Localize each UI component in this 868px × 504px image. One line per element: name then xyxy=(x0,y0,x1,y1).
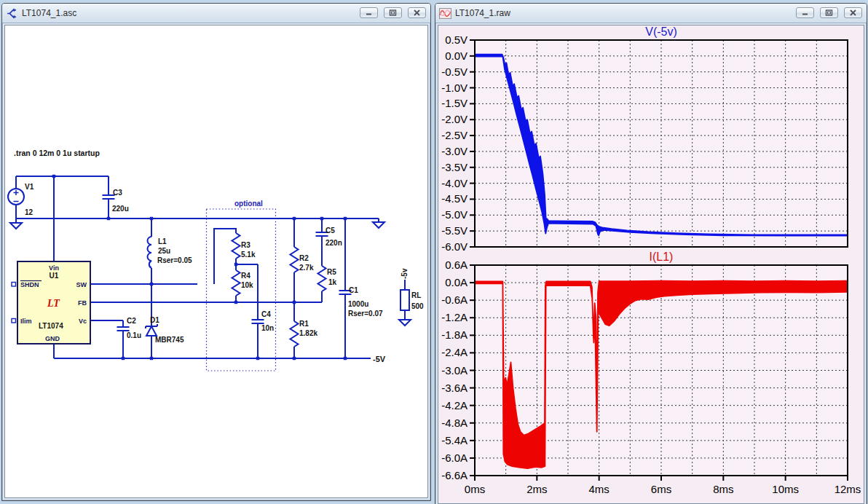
waveform-titlebar[interactable]: LT1074_1.raw xyxy=(435,4,867,23)
r5-name: R5 xyxy=(327,268,336,276)
capacitor-symbol xyxy=(252,320,264,323)
inductor-symbol xyxy=(148,237,152,268)
ground-symbol xyxy=(373,222,384,228)
y-tick-label: 0.0V xyxy=(445,50,467,62)
maximize-icon xyxy=(825,9,833,16)
y-tick-label: -4.5V xyxy=(441,192,467,205)
y-tick-label: -3.0V xyxy=(441,145,467,157)
minimize-icon xyxy=(365,9,373,16)
c3-value: 220u xyxy=(112,205,129,213)
resistor-symbol xyxy=(232,233,240,259)
x-tick-label: 4ms xyxy=(588,483,609,495)
y-tick-label: -1.2A xyxy=(441,311,467,323)
r2-value: 2.7k xyxy=(299,264,314,272)
x-tick-label: 12ms xyxy=(835,483,861,495)
resistor-symbol xyxy=(291,247,299,272)
maximize-button[interactable] xyxy=(820,7,838,18)
close-button[interactable] xyxy=(408,7,426,18)
waveform-icon xyxy=(439,7,451,20)
y-tick-label: -4.8A xyxy=(441,417,467,429)
close-icon xyxy=(849,9,857,16)
pin-ilim: Ilim xyxy=(20,318,32,325)
y-tick-label: 0.0A xyxy=(445,276,467,288)
c1-name: C1 xyxy=(349,286,358,294)
schematic-canvas-area: Vin U1 SHDN SW FB Vc Ilim LT1074 GND LT … xyxy=(4,25,428,498)
d1-name: D1 xyxy=(150,316,159,324)
lt1074-ic[interactable]: Vin U1 SHDN SW FB Vc Ilim LT1074 GND LT xyxy=(12,261,90,344)
pin-sw: SW xyxy=(76,281,87,288)
y-tick-label: -2.4A xyxy=(441,346,467,358)
net-label-neg5v-rail: -5V xyxy=(373,355,386,363)
capacitor-symbol xyxy=(117,327,130,331)
resistor-symbol xyxy=(401,290,409,310)
minimize-button[interactable] xyxy=(796,7,814,18)
x-tick-label: 0ms xyxy=(465,483,485,495)
close-icon xyxy=(413,9,421,16)
resistor-symbol xyxy=(318,266,326,291)
waveform-canvas[interactable]: 0.5V0.0V-0.5V-1.0V-1.5V-2.0V-2.5V-3.0V-3… xyxy=(438,25,864,503)
maximize-button[interactable] xyxy=(384,7,402,18)
close-button[interactable] xyxy=(844,7,862,18)
pin-vin: Vin xyxy=(49,264,59,272)
y-tick-label: -5.4A xyxy=(441,434,467,446)
ground-symbol xyxy=(10,223,22,229)
pin-shdn: SHDN xyxy=(20,281,39,288)
schematic-icon xyxy=(6,7,18,20)
optional-box xyxy=(207,209,276,371)
pin-vc: Vc xyxy=(79,318,87,325)
pin-gnd: GND xyxy=(45,335,60,342)
schematic-titlebar[interactable]: LT1074_1.asc xyxy=(2,4,430,23)
r3-value: 5.1k xyxy=(241,251,256,259)
x-tick-label: 2ms xyxy=(526,483,547,495)
y-tick-label: -3.6A xyxy=(441,382,467,394)
d1-value: MBR745 xyxy=(155,336,184,344)
plot-pane-0: 0.5V0.0V-0.5V-1.0V-1.5V-2.0V-2.5V-3.0V-3… xyxy=(441,25,848,253)
y-tick-label: -6.6A xyxy=(441,469,467,481)
y-tick-label: -3.5V xyxy=(441,161,467,173)
r4-name: R4 xyxy=(241,272,250,280)
l1-param: Rser=0.05 xyxy=(157,256,192,264)
r3-name: R3 xyxy=(241,241,250,249)
resistor-symbol xyxy=(232,270,240,296)
ic-refdes: U1 xyxy=(50,272,59,280)
y-tick-label: -3.0A xyxy=(441,364,467,377)
y-tick-label: -1.0V xyxy=(441,82,467,94)
x-tick-label: 10ms xyxy=(772,483,799,495)
waveform-pane: 0.5V0.0V-0.5V-1.0V-1.5V-2.0V-2.5V-3.0V-3… xyxy=(438,25,864,504)
plot-title: V(-5v) xyxy=(645,25,677,38)
l1-value: 25u xyxy=(158,247,170,255)
x-tick-label: 6ms xyxy=(651,483,671,495)
ic-part-number: LT1074 xyxy=(39,322,63,330)
r1-name: R1 xyxy=(299,320,309,328)
waveform-window-title: LT1074_1.raw xyxy=(455,8,510,18)
c2-value: 0.1u xyxy=(127,331,141,339)
schematic-window-title: LT1074_1.asc xyxy=(22,8,76,18)
y-tick-label: -2.0V xyxy=(441,113,467,125)
pin-fb: FB xyxy=(78,299,87,307)
spice-directive: .tran 0 12m 0 1u startup xyxy=(14,149,100,157)
c5-value: 220n xyxy=(326,239,342,247)
c3-name: C3 xyxy=(113,189,122,197)
ilim-pin-marker xyxy=(12,319,16,323)
y-tick-label: -2.5V xyxy=(441,129,467,141)
schematic-canvas[interactable]: Vin U1 SHDN SW FB Vc Ilim LT1074 GND LT … xyxy=(5,25,428,496)
y-tick-label: -5.0V xyxy=(441,208,467,221)
r5-value: 1k xyxy=(328,278,337,286)
y-tick-label: -6.0V xyxy=(441,240,467,253)
lt-logo: LT xyxy=(47,298,60,309)
minimize-icon xyxy=(801,9,809,16)
y-tick-label: -0.6A xyxy=(441,294,467,306)
minimize-button[interactable] xyxy=(360,7,378,18)
y-tick-label: -5.5V xyxy=(441,224,467,237)
c4-value: 10n xyxy=(261,324,274,332)
y-tick-label: -4.2A xyxy=(441,399,467,412)
plot-title: I(L1) xyxy=(650,251,674,263)
resistor-symbol xyxy=(291,321,299,347)
ground-symbol xyxy=(399,320,411,326)
y-tick-label: -0.5V xyxy=(441,66,467,78)
v1-name: V1 xyxy=(25,183,34,191)
waveform-window: LT1074_1.raw 0.5V0.0V-0.5V-1.0V-1.5V-2.0… xyxy=(435,3,867,504)
diode-symbol xyxy=(146,324,157,336)
r4-value: 10k xyxy=(241,281,253,289)
r1-value: 1.82k xyxy=(299,329,317,337)
